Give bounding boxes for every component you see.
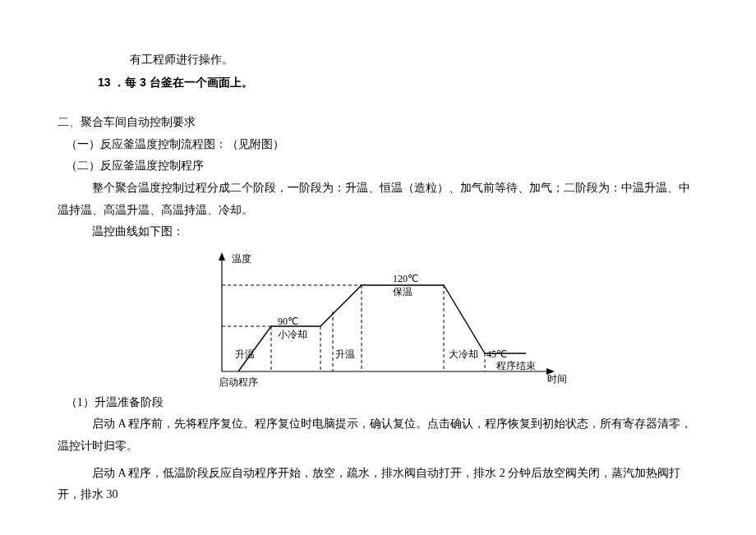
text: （一）反应釜温度控制流程图：（见附图） — [66, 138, 284, 150]
line-item-13: 13 ．每 3 台釜在一个画面上。 — [98, 71, 698, 95]
end-label: 程序结束 — [496, 357, 536, 376]
item-number: 13 — [98, 76, 111, 89]
y-axis-label: 温度 — [232, 250, 251, 269]
temperature-chart: 温度 时间 启动程序 升温 90℃ 小冷却 升温 120℃ 保温 大冷却 45℃… — [189, 248, 567, 384]
big-cool-label: 大冷却 — [449, 345, 478, 364]
line-engineer: 有工程师进行操作。 — [98, 49, 698, 71]
start-label: 启动程序 — [219, 373, 258, 392]
text: 温控曲线如下图： — [92, 225, 184, 238]
heat2-label: 升温 — [335, 345, 355, 364]
hold-label: 保温 — [393, 283, 413, 302]
subsection-1: （1）升温准备阶段 — [58, 392, 698, 414]
text: 二、聚合车间自动控制要求 — [58, 116, 196, 128]
small-cool-label: 小冷却 — [278, 325, 307, 344]
paragraph-sub1a: 启动 A 程序前，先将程序复位。程序复位时电脑提示，确认复位。点击确认，程序恢复… — [58, 413, 698, 457]
paragraph-sub1b: 启动 A 程序，低温阶段反应自动程序开始，放空，疏水，排水阀自动打开，排水 2 … — [58, 463, 698, 506]
text: （二）反应釜温度控制程序 — [66, 159, 204, 172]
text: 整个聚合温度控制过程分成二个阶段，一阶段为：升温、恒温（造粒）、加气前等待、加气… — [58, 182, 690, 216]
paragraph-curve-intro: 温控曲线如下图： — [58, 221, 698, 243]
spacer — [58, 94, 698, 112]
item-text: ．每 3 台釜在一个画面上。 — [113, 76, 253, 89]
document-page: 有工程师进行操作。 13 ．每 3 台釜在一个画面上。 二、聚合车间自动控制要求… — [0, 0, 756, 535]
section-2-title: 二、聚合车间自动控制要求 — [58, 112, 698, 134]
text: 启动 A 程序，低温阶段反应自动程序开始，放空，疏水，排水阀自动打开，排水 2 … — [58, 467, 680, 501]
paragraph-phase: 整个聚合温度控制过程分成二个阶段，一阶段为：升温、恒温（造粒）、加气前等待、加气… — [58, 178, 698, 221]
text: （1）升温准备阶段 — [66, 396, 164, 408]
text: 启动 A 程序前，先将程序复位。程序复位时电脑提示，确认复位。点击确认，程序恢复… — [58, 417, 692, 452]
section-2-1: （一）反应釜温度控制流程图：（见附图） — [58, 134, 698, 156]
section-2-2: （二）反应釜温度控制程序 — [58, 155, 698, 178]
heat-label: 升温 — [235, 345, 255, 364]
text: 有工程师进行操作。 — [130, 53, 233, 66]
x-axis-label: 时间 — [547, 370, 567, 389]
svg-marker-1 — [219, 252, 225, 261]
